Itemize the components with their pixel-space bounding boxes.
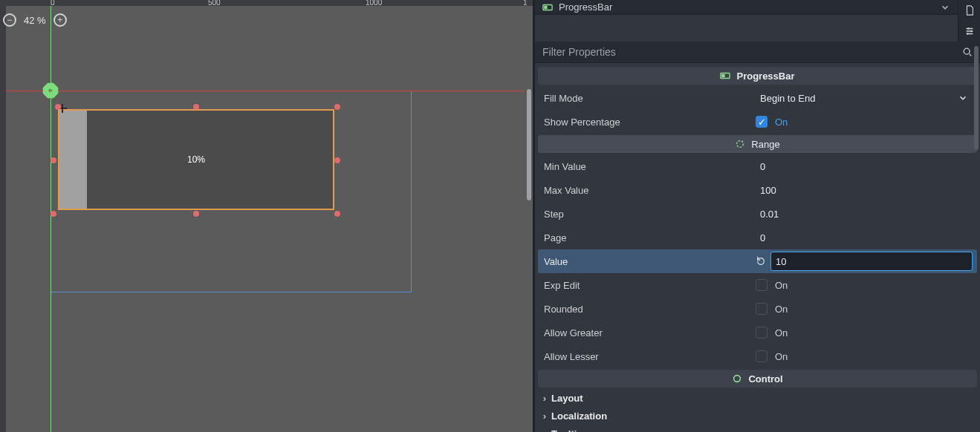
filter-properties-input[interactable] [542, 46, 956, 58]
progressbar-icon [720, 71, 730, 81]
exp-edit-checkbox[interactable] [756, 279, 768, 291]
axis-x-guide [0, 91, 524, 91]
fold-label: Localization [551, 410, 607, 422]
prop-allow-lesser: Allow Lesser On [538, 344, 977, 368]
zoom-level[interactable]: 42 % [24, 15, 46, 26]
prop-label: Allow Lesser [544, 351, 756, 362]
svg-point-9 [734, 376, 741, 382]
ruler-tick: 1 [523, 0, 528, 7]
section-title: ProgressBar [736, 71, 794, 82]
ruler-tick: 1000 [366, 0, 382, 7]
checkbox-on-label: On [775, 304, 788, 315]
svg-point-4 [967, 33, 969, 35]
fold-tooltip[interactable]: ›Tooltip [538, 425, 977, 432]
prop-label: Exp Edit [544, 280, 756, 291]
prop-max-value: Max Value 100 [538, 178, 977, 202]
svg-point-3 [970, 30, 973, 33]
resize-handle-bot-mid[interactable] [193, 211, 199, 217]
section-title: Range [751, 139, 779, 150]
prop-rounded: Rounded On [538, 297, 977, 321]
prop-label: Step [544, 209, 756, 220]
checkbox-on-label: On [775, 327, 788, 338]
control-icon [732, 373, 742, 384]
checkbox-on-label: On [775, 117, 788, 128]
value-field[interactable] [770, 252, 973, 271]
rounded-checkbox[interactable] [756, 303, 768, 315]
svg-point-5 [964, 48, 970, 54]
section-title: Control [748, 373, 782, 384]
prop-min-value: Min Value 0 [538, 154, 977, 178]
resize-handle-mid-left[interactable] [51, 157, 56, 163]
zoom-in-button[interactable]: + [53, 13, 67, 27]
prop-label: Page [544, 232, 756, 243]
prop-exp-edit: Exp Edit On [538, 273, 977, 297]
range-icon [735, 139, 745, 149]
inspector-scrollbar[interactable] [974, 46, 979, 150]
prop-label: Allow Greater [544, 327, 756, 338]
resize-handle-top-right[interactable] [334, 104, 340, 110]
ruler-vertical [0, 0, 6, 432]
fill-mode-dropdown[interactable]: Begin to End [756, 88, 973, 108]
section-progressbar[interactable]: ProgressBar [538, 67, 977, 85]
doc-icon [964, 5, 975, 16]
ruler-tick: 500 [208, 0, 221, 7]
max-value-field[interactable]: 100 [756, 180, 973, 200]
page-field[interactable]: 0 [756, 228, 973, 247]
zoom-controls: − 42 % + [0, 12, 70, 28]
origin-gizmo-icon[interactable] [42, 82, 59, 99]
dropdown-value: Begin to End [760, 93, 815, 104]
fold-label: Layout [551, 393, 583, 404]
chevron-down-icon[interactable] [940, 2, 950, 13]
prop-label: Fill Mode [544, 93, 756, 104]
zoom-out-button[interactable]: − [3, 13, 16, 27]
checkbox-on-label: On [775, 351, 788, 362]
svg-point-8 [737, 141, 744, 148]
resize-handle-top-left[interactable] [55, 104, 61, 110]
svg-rect-7 [722, 74, 725, 77]
prop-label: Max Value [544, 185, 756, 196]
section-control[interactable]: Control [538, 370, 977, 387]
property-settings-button[interactable] [958, 21, 980, 42]
editor-viewport[interactable]: 0 500 1000 1 − 42 % + 10% [0, 0, 535, 432]
search-icon[interactable] [962, 47, 973, 57]
prop-allow-greater: Allow Greater On [538, 321, 977, 344]
resize-handle-bot-left[interactable] [51, 211, 56, 217]
ruler-horizontal: 0 500 1000 1 [0, 0, 533, 6]
allow-lesser-checkbox[interactable] [756, 350, 768, 362]
allow-greater-checkbox[interactable] [756, 327, 768, 338]
svg-point-2 [967, 27, 969, 30]
prop-label: Min Value [544, 161, 756, 172]
prop-label: Rounded [544, 304, 756, 315]
prop-step: Step 0.01 [538, 202, 977, 226]
fold-label: Tooltip [551, 428, 583, 433]
svg-rect-1 [544, 5, 547, 8]
progressbar-icon [542, 2, 553, 13]
inspector-node-type: ProgressBar [559, 1, 612, 13]
reset-icon[interactable] [756, 256, 766, 266]
progressbar-percent-label: 10% [59, 111, 333, 209]
progressbar-node[interactable]: 10% [58, 109, 334, 210]
prop-show-percentage: Show Percentage ✓ On [538, 110, 977, 134]
section-range[interactable]: Range [538, 135, 977, 153]
prop-fill-mode: Fill Mode Begin to End [538, 86, 977, 110]
ruler-tick: 0 [51, 0, 55, 7]
min-value-field[interactable]: 0 [756, 157, 973, 176]
prop-value: Value [538, 249, 977, 273]
resize-handle-top-mid[interactable] [193, 104, 199, 110]
viewport-scrollbar[interactable] [527, 89, 531, 200]
step-field[interactable]: 0.01 [756, 204, 973, 223]
prop-page: Page 0 [538, 226, 977, 249]
fold-layout[interactable]: ›Layout [538, 389, 977, 407]
chevron-down-icon [958, 93, 968, 103]
open-docs-button[interactable] [958, 0, 980, 21]
fold-localization[interactable]: ›Localization [538, 407, 977, 425]
resize-handle-mid-right[interactable] [334, 157, 340, 163]
checkbox-on-label: On [775, 280, 788, 291]
inspector-node-header[interactable]: ProgressBar [535, 0, 958, 15]
show-percentage-checkbox[interactable]: ✓ [756, 116, 768, 128]
inspector-panel: ProgressBar ProgressBar [535, 0, 980, 432]
resize-handle-bot-right[interactable] [334, 211, 340, 217]
prop-label: Value [544, 256, 756, 267]
prop-label: Show Percentage [544, 117, 756, 128]
sliders-icon [964, 26, 975, 36]
